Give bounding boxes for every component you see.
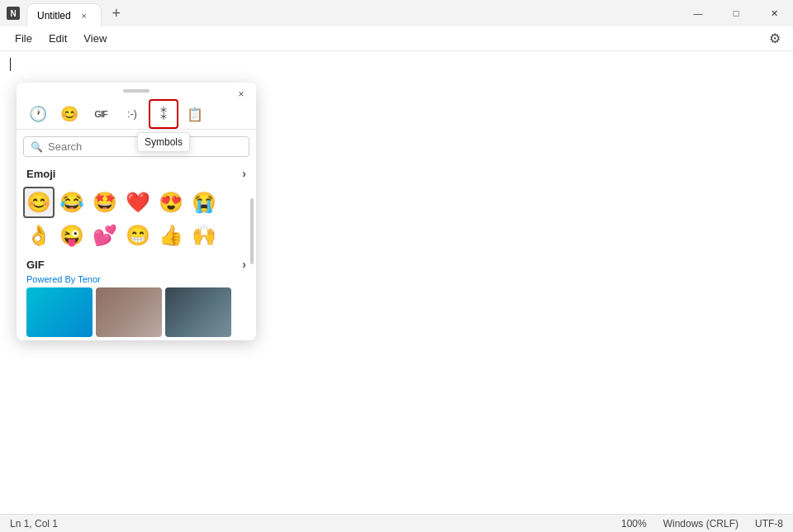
search-icon: 🔍: [31, 141, 43, 153]
drag-indicator: [123, 89, 150, 93]
statusbar-right: 100% Windows (CRLF) UTF-8: [621, 518, 783, 530]
gif-icon: GIF: [94, 109, 107, 119]
emoji-cell-8[interactable]: 💕: [89, 220, 121, 251]
statusbar: Ln 1, Col 1 100% Windows (CRLF) UTF-8: [0, 514, 793, 532]
cursor-position: Ln 1, Col 1: [10, 518, 58, 530]
new-tab-button[interactable]: +: [105, 2, 128, 25]
panel-drag-handle[interactable]: [17, 83, 256, 99]
symbols-tooltip: Symbols: [137, 132, 190, 152]
gif-section-label: GIF: [26, 259, 45, 271]
maximize-button[interactable]: □: [717, 0, 755, 26]
zoom-level: 100%: [621, 518, 647, 530]
gif-section: GIF › Powered By Tenor: [17, 254, 256, 340]
emoji-icon: 😊: [60, 105, 78, 123]
tab-clipboard[interactable]: 📋: [180, 99, 210, 129]
gif-row: [26, 287, 246, 337]
scrollbar-thumb: [250, 198, 254, 264]
symbols-icon: ⁑: [160, 107, 167, 122]
gif-thumbnail-2[interactable]: [96, 287, 162, 337]
settings-button[interactable]: ⚙: [763, 27, 786, 50]
emoji-cell-0[interactable]: 😊: [23, 187, 55, 218]
emoji-cell-7[interactable]: 😜: [56, 220, 88, 251]
line-ending: Windows (CRLF): [663, 518, 738, 530]
kaomoji-icon: :-): [127, 108, 136, 120]
close-button[interactable]: ✕: [755, 0, 793, 26]
emoji-section-label: Emoji: [26, 168, 55, 180]
panel-scrollbar[interactable]: [249, 198, 254, 334]
menu-file[interactable]: File: [7, 29, 40, 48]
gif-section-header: GIF ›: [26, 254, 246, 274]
emoji-section-arrow[interactable]: ›: [242, 167, 246, 180]
panel-tab-bar: 🕐 😊 GIF :-) ⁑ Symbols 📋: [17, 99, 256, 130]
menubar: File Edit View ⚙: [0, 26, 793, 51]
tab-kaomoji[interactable]: :-): [117, 99, 147, 129]
titlebar: N Untitled × + — □ ✕: [0, 0, 793, 26]
emoji-cell-6[interactable]: 👌: [23, 220, 55, 251]
emoji-cell-11[interactable]: 🙌: [188, 220, 220, 251]
emoji-panel: × 🕐 😊 GIF :-) ⁑ Symbols 📋: [17, 83, 256, 340]
menubar-right: ⚙: [763, 27, 786, 50]
panel-close-button[interactable]: ×: [233, 86, 249, 102]
tab-untitled[interactable]: Untitled ×: [26, 3, 102, 26]
clipboard-icon: 📋: [187, 107, 203, 122]
emoji-section-header: Emoji ›: [17, 164, 256, 183]
tab-gif[interactable]: GIF: [86, 99, 116, 129]
emoji-cell-2[interactable]: 🤩: [89, 187, 121, 218]
tab-emoji[interactable]: 😊: [55, 99, 84, 129]
emoji-cell-10[interactable]: 👍: [155, 220, 187, 251]
titlebar-tabs: Untitled × +: [26, 0, 679, 26]
emoji-cell-1[interactable]: 😂: [56, 187, 88, 218]
powered-by-tenor[interactable]: Powered By Tenor: [26, 274, 246, 287]
emoji-cell-5[interactable]: 😭: [188, 187, 220, 218]
window-controls: — □ ✕: [679, 0, 793, 26]
emoji-section: Emoji › 😊 😂 🤩 ❤️ 😍 😭 👌 😜 💕 😁 👍 🙌: [17, 164, 256, 254]
minimize-button[interactable]: —: [679, 0, 717, 26]
tab-title: Untitled: [37, 10, 71, 21]
recently-used-icon: 🕐: [29, 105, 47, 123]
menu-edit[interactable]: Edit: [40, 29, 75, 48]
emoji-grid: 😊 😂 🤩 ❤️ 😍 😭 👌 😜 💕 😁 👍 🙌: [17, 183, 256, 254]
emoji-cell-4[interactable]: 😍: [155, 187, 187, 218]
emoji-cell-3[interactable]: ❤️: [122, 187, 154, 218]
tab-recently-used[interactable]: 🕐: [23, 99, 53, 129]
tab-symbols[interactable]: ⁑ Symbols: [149, 99, 178, 129]
tab-close-button[interactable]: ×: [78, 9, 91, 22]
encoding: UTF-8: [755, 518, 783, 530]
menu-view[interactable]: View: [75, 29, 115, 48]
gif-thumbnail-1[interactable]: [26, 287, 93, 337]
gif-section-arrow[interactable]: ›: [242, 258, 246, 271]
text-cursor: [10, 58, 11, 71]
emoji-cell-9[interactable]: 😁: [122, 220, 154, 251]
app-icon: N: [7, 7, 20, 20]
gif-thumbnail-3[interactable]: [165, 287, 231, 337]
